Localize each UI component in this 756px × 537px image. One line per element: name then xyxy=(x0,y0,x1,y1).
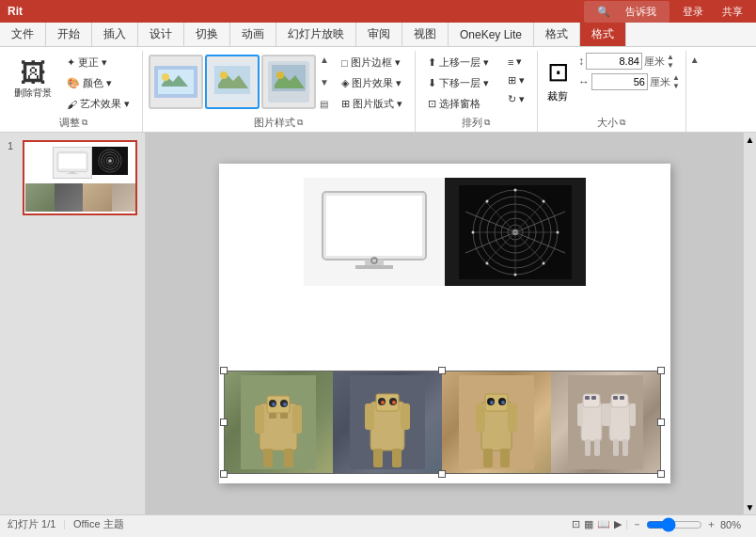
svg-point-66 xyxy=(392,401,396,404)
svg-point-41 xyxy=(471,230,474,233)
svg-point-53 xyxy=(283,403,287,406)
slide-1-thumb[interactable]: 1 xyxy=(8,140,137,215)
rotate-chevron: ▾ xyxy=(519,93,525,105)
selection-pane-button[interactable]: ⊡ 选择窗格 xyxy=(421,94,496,114)
picture-effect-icon: ◈ xyxy=(341,77,349,89)
view-reading-icon[interactable]: 📖 xyxy=(597,518,610,530)
scroll-down-icon[interactable]: ▼ xyxy=(744,500,756,514)
slide-thumbnail[interactable] xyxy=(23,140,137,215)
tab-review[interactable]: 审阅 xyxy=(356,23,402,46)
zoom-slider[interactable] xyxy=(646,519,702,530)
height-unit: 厘米 xyxy=(644,55,665,69)
handle-top-right[interactable] xyxy=(657,367,665,374)
handle-top-left[interactable] xyxy=(220,367,228,374)
zoom-out-icon[interactable]: － xyxy=(632,517,642,531)
title-bar-right: 🔍 告诉我 登录 共享 xyxy=(584,1,748,23)
arrange-group: ⬆ 上移一层 ▾ ⬇ 下移一层 ▾ ⊡ 选择窗格 xyxy=(416,51,538,132)
height-row: ↕ 厘米 ▲ ▼ xyxy=(578,53,680,70)
svg-point-39 xyxy=(513,188,516,191)
height-input[interactable] xyxy=(586,53,642,70)
size-expand-icon[interactable]: ⧉ xyxy=(620,118,625,128)
picture-styles-expand-icon[interactable]: ⧉ xyxy=(297,118,303,128)
tab-slideshow[interactable]: 幻灯片放映 xyxy=(276,23,356,46)
picture-layout-button[interactable]: ⊞ 图片版式 ▾ xyxy=(335,94,409,114)
view-present-icon[interactable]: ▶ xyxy=(614,518,622,530)
color-button[interactable]: 🎨 颜色 ▾ xyxy=(60,73,136,93)
img-style-scroll[interactable]: ▲ ▼ ▤ xyxy=(318,53,331,111)
handle-bottom-middle[interactable] xyxy=(438,470,446,478)
svg-rect-19 xyxy=(326,196,422,256)
ribbon-collapse[interactable]: ▲ xyxy=(686,51,703,132)
handle-middle-right[interactable] xyxy=(657,419,665,426)
tab-file[interactable]: 文件 xyxy=(0,23,46,46)
login-button[interactable]: 登录 xyxy=(677,3,709,21)
svg-rect-68 xyxy=(401,403,410,430)
handle-bottom-left[interactable] xyxy=(220,470,228,478)
tab-design[interactable]: 设计 xyxy=(138,23,184,46)
width-input[interactable] xyxy=(591,73,648,90)
zoom-in-icon[interactable]: ＋ xyxy=(706,517,717,531)
delete-bg-icon: 🖼 xyxy=(18,57,48,87)
tab-view[interactable]: 视图 xyxy=(402,23,449,46)
svg-rect-70 xyxy=(392,449,402,467)
svg-rect-89 xyxy=(585,439,591,456)
correct-button[interactable]: ✦ 更正 ▾ xyxy=(60,53,136,72)
tab-transition[interactable]: 切换 xyxy=(184,23,230,46)
arrange-label: 排列 ⧉ xyxy=(421,116,531,132)
mini-canvas xyxy=(24,142,137,213)
vertical-scrollbar[interactable]: ▲ ▼ xyxy=(743,133,756,514)
photo-strip[interactable] xyxy=(224,371,661,474)
img-style-3[interactable] xyxy=(261,55,316,109)
title-bar-left: Rit xyxy=(8,5,23,18)
tab-animation[interactable]: 动画 xyxy=(230,23,276,46)
img-style-2[interactable] xyxy=(205,55,260,109)
crop-button[interactable]: ⊡ 裁剪 xyxy=(543,53,573,107)
view-slide-icon[interactable]: ▦ xyxy=(584,518,593,530)
handle-bottom-right[interactable] xyxy=(657,470,665,478)
delete-bg-button[interactable]: 🖼 删除背景 xyxy=(9,53,56,102)
tab-insert[interactable]: 插入 xyxy=(92,23,138,46)
zoom-level: 80% xyxy=(720,519,748,530)
correct-chevron: ▾ xyxy=(102,56,107,69)
tab-start[interactable]: 开始 xyxy=(46,23,92,46)
handle-top-middle[interactable] xyxy=(438,367,446,374)
size-label: 大小 ⧉ xyxy=(543,116,680,132)
art-effect-button[interactable]: 🖌 艺术效果 ▾ xyxy=(60,94,136,114)
dark-circle-image[interactable] xyxy=(445,178,586,286)
art-effect-chevron: ▾ xyxy=(124,98,130,110)
move-down-button[interactable]: ⬇ 下移一层 ▾ xyxy=(421,73,496,93)
monitor-image[interactable] xyxy=(304,178,445,286)
group-button[interactable]: ⊞ ▾ xyxy=(501,71,531,89)
svg-rect-21 xyxy=(355,265,393,269)
photo-strip-container[interactable] xyxy=(224,371,661,474)
mini-photo-1 xyxy=(25,183,55,212)
svg-point-43 xyxy=(485,199,488,202)
svg-rect-97 xyxy=(613,439,619,456)
share-button[interactable]: 共享 xyxy=(717,3,748,21)
align-button[interactable]: ≡ ▾ xyxy=(501,53,531,71)
img-style-1[interactable] xyxy=(149,55,203,109)
move-up-button[interactable]: ⬆ 上移一层 ▾ xyxy=(421,53,496,72)
adjust-expand-icon[interactable]: ⧉ xyxy=(82,118,87,128)
group-chevron: ▾ xyxy=(519,74,525,87)
arrange-expand-icon[interactable]: ⧉ xyxy=(484,118,490,128)
handle-middle-left[interactable] xyxy=(220,419,228,426)
picture-styles-content: ▲ ▼ ▤ □ 图片边框 ▾ ◈ 图片效果 ▾ xyxy=(149,53,409,116)
tab-format1[interactable]: 格式 xyxy=(534,23,580,46)
picture-effect-button[interactable]: ◈ 图片效果 ▾ xyxy=(335,73,409,93)
height-spin[interactable]: ▲ ▼ xyxy=(667,53,674,70)
view-normal-icon[interactable]: ⊡ xyxy=(572,518,580,530)
mini-bottom-photos xyxy=(25,183,137,212)
picture-border-button[interactable]: □ 图片边框 ▾ xyxy=(335,53,409,72)
picture-style-options: □ 图片边框 ▾ ◈ 图片效果 ▾ ⊞ 图片版式 ▾ xyxy=(335,53,409,114)
status-left: 幻灯片 1/1 | Office 主题 xyxy=(8,517,124,531)
tab-format2[interactable]: 格式 xyxy=(580,23,626,46)
adjust-group-content: 🖼 删除背景 ✦ 更正 ▾ 🎨 颜色 ▾ � xyxy=(9,53,136,116)
tab-onekey[interactable]: OneKey Lite xyxy=(449,23,534,46)
scroll-up-icon[interactable]: ▲ xyxy=(744,133,756,147)
rotate-icon: ↻ xyxy=(508,93,516,105)
slide-canvas[interactable] xyxy=(219,164,670,483)
width-spin[interactable]: ▲ ▼ xyxy=(672,73,680,90)
rotate-button[interactable]: ↻ ▾ xyxy=(501,90,531,108)
search-box[interactable]: 🔍 告诉我 xyxy=(584,1,669,23)
